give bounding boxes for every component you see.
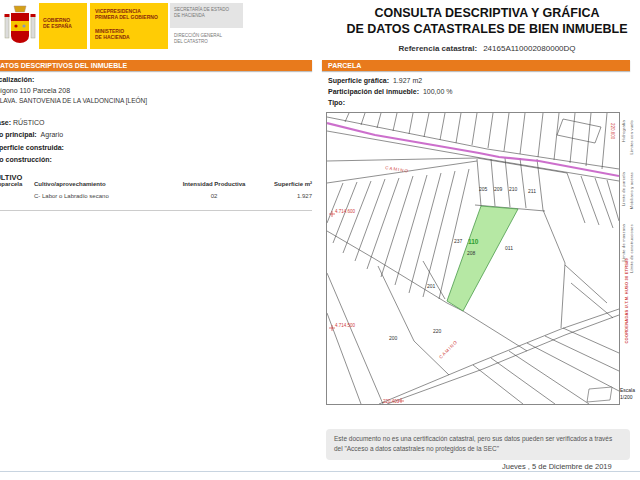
ano-construccion-line: Año construcción: (0, 156, 54, 163)
date-line: Jueves , 5 de Diciembre de 2019 (502, 462, 640, 471)
legend-hidrografia: Hidrografía (621, 120, 626, 142)
cadastral-map: 205 209 210 211 011 237 208 201 220 200 … (327, 113, 619, 404)
legend-limite-parcela: Límite de parcela (621, 172, 626, 206)
road-label-camino-bottom: CAMINO (438, 339, 459, 360)
spain-coat-of-arms-icon (2, 3, 38, 49)
secretaria-line2: DE HACIENDA (174, 13, 243, 19)
coord-y2: 4.714.500 (335, 323, 356, 328)
clase-value: RÚSTICO (13, 119, 45, 126)
gobierno-line2: DE ESPAÑA (43, 23, 87, 29)
col-subparcela: Subparcela (0, 181, 34, 187)
cell-intensidad: 02 (174, 193, 254, 199)
localizacion-label: Localización: (0, 76, 34, 83)
legend-limite-construcciones: Límite de construcciones (629, 224, 634, 273)
superficie-grafica-value: 1.927 m2 (393, 77, 422, 84)
coord-x1: 220.400 (383, 399, 400, 404)
table-divider (0, 210, 312, 211)
ministerio-block: VICEPRESIDENCIA PRIMERA DEL GOBIERNO MIN… (90, 3, 168, 49)
escala-block: Escala 1/200 (620, 387, 635, 400)
hydrography-line (327, 123, 619, 176)
secretaria-block: SECRETARÍA DE ESTADO DE HACIENDA (170, 3, 243, 28)
superficie-grafica-label: Superficie gráfica: (328, 77, 389, 84)
col-cultivo: Cultivo/aprovechamiento (34, 181, 174, 187)
datos-descriptivos-panel: DATOS DESCRIPTIVOS DEL INMUEBLE Localiza… (0, 60, 312, 430)
coord-x2: 220.600 (610, 123, 615, 140)
referencia-label: Referencia catastral: (398, 44, 477, 53)
vicepresidencia-line2: PRIMERA DEL GOBIERNO (95, 14, 168, 20)
highlighted-parcel (447, 206, 518, 311)
poligono-label-110: 110 (468, 238, 479, 245)
cultivo-table-row: aC- Labor o Labradío secano021.927 (0, 193, 312, 199)
parcel-label-205: 205 (479, 186, 488, 192)
footer-divider (0, 471, 640, 472)
cultivo-table-header: SubparcelaCultivo/aprovechamientoIntensi… (0, 181, 312, 187)
gobierno-espana-block: GOBIERNO DE ESPAÑA (39, 3, 87, 49)
direccion-line2: DEL CATASTRO (174, 39, 243, 45)
page: { "header": { "coat_of_arms_icon": "spai… (0, 0, 640, 480)
col-superficie: Superficie m² (254, 181, 312, 187)
superficie-construida-line: Superficie construida: (0, 144, 66, 151)
escala-value: 1/200 (620, 394, 635, 401)
cell-subparcela: a (0, 193, 34, 199)
disclaimer-box: Este documento no es una certificación c… (326, 429, 630, 460)
uso-value: Agrario (41, 131, 64, 138)
cell-cultivo: C- Labor o Labradío secano (34, 193, 174, 199)
parcel-label-201: 201 (427, 283, 436, 289)
clase-line: Clase: RÚSTICO (0, 119, 44, 126)
superficie-construida-label: Superficie construida: (0, 144, 64, 151)
referencia-catastral: Referencia catastral:24165A110002080000D… (332, 44, 640, 53)
cadastral-map-frame: 205 209 210 211 011 237 208 201 220 200 … (326, 112, 620, 405)
tipo-label: Tipo: (328, 99, 345, 106)
legend-limite-manzana: Límite de manzana (621, 224, 626, 261)
tipo-line: Tipo: (328, 99, 347, 106)
participacion-line: Participación del inmueble: 100,00 % (328, 88, 453, 95)
cell-superficie: 1.927 (254, 193, 312, 199)
title-line2: DE DATOS CATASTRALES DE BIEN INMUEBLE (332, 21, 640, 37)
parcel-label-209: 209 (494, 186, 503, 192)
escala-label: Escala (620, 387, 635, 394)
legend-mobiliario: Mobiliario y aceras (629, 172, 634, 209)
legend-limites-vuelo: Límites con vuelo (629, 120, 634, 155)
datos-descriptivos-header: DATOS DESCRIPTIVOS DEL INMUEBLE (0, 60, 312, 71)
superficie-grafica-line: Superficie gráfica: 1.927 m2 (328, 77, 422, 84)
title-line1: CONSULTA DESCRIPTIVA Y GRÁFICA (332, 5, 640, 21)
participacion-value: 100,00 % (423, 88, 453, 95)
parcel-label-211: 211 (528, 188, 536, 194)
localizacion-poligono: Polígono 110 Parcela 208 (0, 87, 70, 94)
parcel-label-208: 208 (467, 250, 476, 256)
uso-line: Uso principal: Agrario (0, 131, 63, 138)
clase-label: Clase: (0, 119, 11, 126)
scale-box-icon (587, 387, 612, 402)
uso-label: Uso principal: (0, 131, 37, 138)
parcel-label-210: 210 (509, 186, 518, 192)
participacion-label: Participación del inmueble: (328, 88, 419, 95)
crs-note: COORDENADAS U.T.M. HUSO 30 ETRS89 (624, 258, 629, 344)
parcela-header: PARCELA (322, 60, 630, 71)
coord-y1: 4.714.600 (335, 209, 356, 214)
localizacion-municipio: VILLAVA. SANTOVENIA DE LA VALDONCINA [LE… (0, 97, 147, 104)
parcel-label-011: 011 (505, 245, 513, 251)
parcel-label-200: 200 (389, 335, 398, 341)
direccion-catastro-block: DIRECCIÓN GENERAL DEL CATASTRO (170, 31, 243, 49)
ministerio-line2: DE HACIENDA (95, 34, 168, 40)
parcel-label-237: 237 (454, 238, 463, 244)
ano-construccion-label: Año construcción: (0, 156, 52, 163)
col-intensidad: Intensidad Productiva (174, 181, 254, 187)
document-title: CONSULTA DESCRIPTIVA Y GRÁFICA DE DATOS … (332, 5, 640, 53)
referencia-value: 24165A110002080000DQ (483, 44, 575, 53)
parcel-label-220: 220 (433, 328, 442, 334)
